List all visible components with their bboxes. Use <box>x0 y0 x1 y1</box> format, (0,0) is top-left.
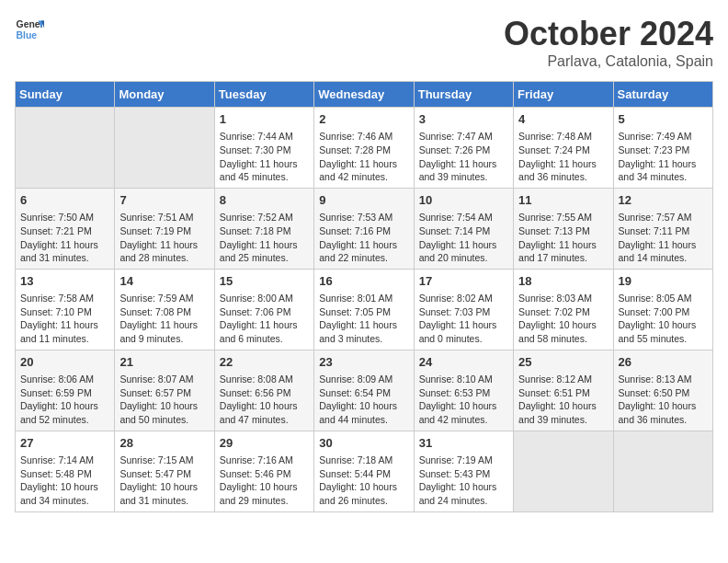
day-info: Sunrise: 8:02 AMSunset: 7:03 PMDaylight:… <box>419 292 508 346</box>
day-info: Sunrise: 8:13 AMSunset: 6:50 PMDaylight:… <box>619 373 708 427</box>
day-info: Sunrise: 7:14 AMSunset: 5:48 PMDaylight:… <box>20 454 109 508</box>
calendar-cell: 17Sunrise: 8:02 AMSunset: 7:03 PMDayligh… <box>414 269 513 350</box>
day-number: 12 <box>619 192 708 209</box>
day-info: Sunrise: 8:06 AMSunset: 6:59 PMDaylight:… <box>20 373 109 427</box>
day-info: Sunrise: 7:18 AMSunset: 5:44 PMDaylight:… <box>319 454 408 508</box>
header-saturday: Saturday <box>613 82 712 108</box>
day-info: Sunrise: 7:47 AMSunset: 7:26 PMDaylight:… <box>419 130 508 184</box>
day-info: Sunrise: 7:46 AMSunset: 7:28 PMDaylight:… <box>319 130 408 184</box>
calendar-cell: 16Sunrise: 8:01 AMSunset: 7:05 PMDayligh… <box>314 269 414 350</box>
month-title: October 2024 <box>504 15 713 53</box>
calendar-cell: 21Sunrise: 8:07 AMSunset: 6:57 PMDayligh… <box>115 350 214 431</box>
day-info: Sunrise: 7:49 AMSunset: 7:23 PMDaylight:… <box>619 130 708 184</box>
calendar-cell: 3Sunrise: 7:47 AMSunset: 7:26 PMDaylight… <box>414 108 513 189</box>
day-number: 23 <box>319 354 408 371</box>
day-number: 22 <box>220 354 309 371</box>
calendar-cell: 24Sunrise: 8:10 AMSunset: 6:53 PMDayligh… <box>414 350 513 431</box>
calendar-cell: 20Sunrise: 8:06 AMSunset: 6:59 PMDayligh… <box>16 350 115 431</box>
day-number: 24 <box>419 354 508 371</box>
calendar-cell: 11Sunrise: 7:55 AMSunset: 7:13 PMDayligh… <box>514 188 613 269</box>
day-number: 29 <box>220 435 309 452</box>
day-info: Sunrise: 8:08 AMSunset: 6:56 PMDaylight:… <box>220 373 309 427</box>
calendar-week-5: 27Sunrise: 7:14 AMSunset: 5:48 PMDayligh… <box>16 431 713 511</box>
day-info: Sunrise: 7:19 AMSunset: 5:43 PMDaylight:… <box>419 454 508 508</box>
header-wednesday: Wednesday <box>314 82 414 108</box>
location: Parlava, Catalonia, Spain <box>504 53 713 70</box>
day-number: 25 <box>518 354 608 371</box>
header-friday: Friday <box>514 82 613 108</box>
calendar-cell <box>613 431 712 511</box>
calendar-cell: 22Sunrise: 8:08 AMSunset: 6:56 PMDayligh… <box>214 350 313 431</box>
calendar-cell: 14Sunrise: 7:59 AMSunset: 7:08 PMDayligh… <box>115 269 214 350</box>
day-number: 9 <box>319 192 408 209</box>
day-number: 8 <box>220 192 309 209</box>
day-number: 15 <box>220 273 309 290</box>
calendar-cell <box>16 108 115 189</box>
calendar-cell: 28Sunrise: 7:15 AMSunset: 5:47 PMDayligh… <box>115 431 214 511</box>
day-number: 5 <box>619 111 708 128</box>
calendar-week-4: 20Sunrise: 8:06 AMSunset: 6:59 PMDayligh… <box>16 350 713 431</box>
calendar-cell: 23Sunrise: 8:09 AMSunset: 6:54 PMDayligh… <box>314 350 414 431</box>
day-number: 11 <box>518 192 608 209</box>
day-number: 16 <box>319 273 408 290</box>
day-info: Sunrise: 7:52 AMSunset: 7:18 PMDaylight:… <box>220 211 309 265</box>
day-number: 6 <box>20 192 109 209</box>
day-number: 4 <box>518 111 608 128</box>
calendar-cell: 31Sunrise: 7:19 AMSunset: 5:43 PMDayligh… <box>414 431 513 511</box>
calendar-cell: 15Sunrise: 8:00 AMSunset: 7:06 PMDayligh… <box>214 269 313 350</box>
day-number: 20 <box>20 354 109 371</box>
day-number: 19 <box>619 273 708 290</box>
day-info: Sunrise: 7:59 AMSunset: 7:08 PMDaylight:… <box>119 292 209 346</box>
day-info: Sunrise: 7:53 AMSunset: 7:16 PMDaylight:… <box>319 211 408 265</box>
day-number: 2 <box>319 111 408 128</box>
day-number: 3 <box>419 111 508 128</box>
page-header: General Blue October 2024 Parlava, Catal… <box>15 15 713 70</box>
calendar-cell: 4Sunrise: 7:48 AMSunset: 7:24 PMDaylight… <box>514 108 613 189</box>
day-number: 31 <box>419 435 508 452</box>
day-info: Sunrise: 7:57 AMSunset: 7:11 PMDaylight:… <box>619 211 708 265</box>
day-info: Sunrise: 7:50 AMSunset: 7:21 PMDaylight:… <box>20 211 109 265</box>
day-info: Sunrise: 8:03 AMSunset: 7:02 PMDaylight:… <box>518 292 608 346</box>
day-number: 10 <box>419 192 508 209</box>
day-number: 27 <box>20 435 109 452</box>
calendar-cell: 2Sunrise: 7:46 AMSunset: 7:28 PMDaylight… <box>314 108 414 189</box>
day-number: 17 <box>419 273 508 290</box>
calendar-cell: 1Sunrise: 7:44 AMSunset: 7:30 PMDaylight… <box>214 108 313 189</box>
day-info: Sunrise: 7:54 AMSunset: 7:14 PMDaylight:… <box>419 211 508 265</box>
calendar-cell: 6Sunrise: 7:50 AMSunset: 7:21 PMDaylight… <box>16 188 115 269</box>
day-info: Sunrise: 8:05 AMSunset: 7:00 PMDaylight:… <box>619 292 708 346</box>
header-tuesday: Tuesday <box>214 82 313 108</box>
day-info: Sunrise: 7:58 AMSunset: 7:10 PMDaylight:… <box>20 292 109 346</box>
header-monday: Monday <box>115 82 214 108</box>
calendar-cell: 30Sunrise: 7:18 AMSunset: 5:44 PMDayligh… <box>314 431 414 511</box>
day-number: 21 <box>119 354 209 371</box>
calendar-cell: 27Sunrise: 7:14 AMSunset: 5:48 PMDayligh… <box>16 431 115 511</box>
day-number: 30 <box>319 435 408 452</box>
calendar-cell: 18Sunrise: 8:03 AMSunset: 7:02 PMDayligh… <box>514 269 613 350</box>
calendar-header-row: SundayMondayTuesdayWednesdayThursdayFrid… <box>16 82 713 108</box>
calendar-cell: 13Sunrise: 7:58 AMSunset: 7:10 PMDayligh… <box>16 269 115 350</box>
calendar-week-3: 13Sunrise: 7:58 AMSunset: 7:10 PMDayligh… <box>16 269 713 350</box>
day-info: Sunrise: 7:48 AMSunset: 7:24 PMDaylight:… <box>518 130 608 184</box>
day-info: Sunrise: 8:10 AMSunset: 6:53 PMDaylight:… <box>419 373 508 427</box>
calendar-week-2: 6Sunrise: 7:50 AMSunset: 7:21 PMDaylight… <box>16 188 713 269</box>
day-info: Sunrise: 8:12 AMSunset: 6:51 PMDaylight:… <box>518 373 608 427</box>
calendar-cell: 29Sunrise: 7:16 AMSunset: 5:46 PMDayligh… <box>214 431 313 511</box>
svg-text:Blue: Blue <box>17 30 38 40</box>
day-info: Sunrise: 7:55 AMSunset: 7:13 PMDaylight:… <box>518 211 608 265</box>
day-info: Sunrise: 8:07 AMSunset: 6:57 PMDaylight:… <box>119 373 209 427</box>
calendar-cell <box>514 431 613 511</box>
logo: General Blue <box>15 15 44 44</box>
calendar-cell: 7Sunrise: 7:51 AMSunset: 7:19 PMDaylight… <box>115 188 214 269</box>
day-number: 14 <box>119 273 209 290</box>
calendar-table: SundayMondayTuesdayWednesdayThursdayFrid… <box>15 81 713 512</box>
day-number: 13 <box>20 273 109 290</box>
calendar-cell: 9Sunrise: 7:53 AMSunset: 7:16 PMDaylight… <box>314 188 414 269</box>
day-number: 28 <box>119 435 209 452</box>
day-info: Sunrise: 7:16 AMSunset: 5:46 PMDaylight:… <box>220 454 309 508</box>
day-info: Sunrise: 8:00 AMSunset: 7:06 PMDaylight:… <box>220 292 309 346</box>
calendar-cell: 19Sunrise: 8:05 AMSunset: 7:00 PMDayligh… <box>613 269 712 350</box>
calendar-cell: 5Sunrise: 7:49 AMSunset: 7:23 PMDaylight… <box>613 108 712 189</box>
calendar-cell: 25Sunrise: 8:12 AMSunset: 6:51 PMDayligh… <box>514 350 613 431</box>
calendar-cell: 8Sunrise: 7:52 AMSunset: 7:18 PMDaylight… <box>214 188 313 269</box>
